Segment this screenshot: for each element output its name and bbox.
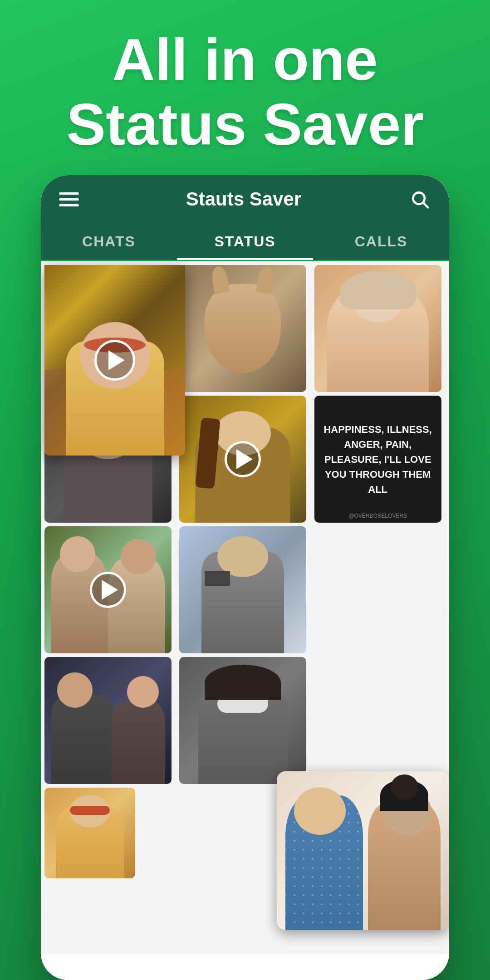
play-button[interactable] [225,441,261,477]
hero-title-line2: Status Saver [66,91,424,157]
tab-calls[interactable]: CALLS [313,223,449,260]
grid-item[interactable] [179,396,306,523]
search-button[interactable] [408,188,431,211]
grid-item[interactable] [179,265,306,392]
featured-video-card[interactable] [44,265,185,456]
app-title: Stauts Saver [186,188,301,210]
tab-status[interactable]: STATUS [177,223,313,260]
grid-item[interactable] [314,265,441,392]
grid-item[interactable]: HAPPINESS, ILLNESS, ANGER, PAIN, PLEASUR… [314,396,441,523]
grid-item[interactable] [44,788,135,878]
tabs-bar: CHATS STATUS CALLS [41,223,449,261]
grid-item[interactable] [179,657,306,784]
svg-line-1 [423,203,428,207]
grid-item[interactable] [44,526,172,653]
play-button[interactable] [90,572,126,608]
phone-mockup: Stauts Saver CHATS STATUS CALLS [41,175,449,980]
tab-chats[interactable]: CHATS [41,223,177,260]
grid-item[interactable] [314,657,441,784]
grid-item[interactable] [179,526,306,653]
grid-item[interactable] [44,657,172,784]
status-grid-area: HAPPINESS, ILLNESS, ANGER, PAIN, PLEASUR… [41,261,449,953]
hamburger-menu-button[interactable] [59,192,79,206]
grid-item[interactable] [314,526,441,653]
overlay-couple-card[interactable] [277,771,449,930]
hero-title: All in one Status Saver [48,0,442,175]
app-header: Stauts Saver [41,175,449,223]
bottom-bar [41,953,449,980]
hero-title-line1: All in one [113,26,378,93]
quote-text: HAPPINESS, ILLNESS, ANGER, PAIN, PLEASUR… [323,422,432,497]
play-button[interactable] [94,340,135,381]
